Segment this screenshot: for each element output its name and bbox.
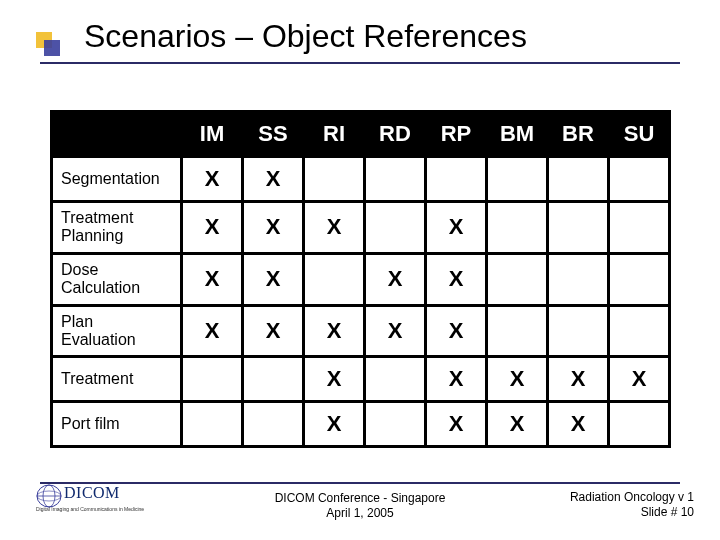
table-cell — [365, 357, 426, 402]
col-header: RI — [304, 112, 365, 157]
table-cell: X — [182, 157, 243, 202]
col-header: RP — [426, 112, 487, 157]
table-cell — [609, 305, 670, 357]
col-header: BM — [487, 112, 548, 157]
table-cell: X — [426, 402, 487, 447]
row-header: Treatment Planning — [52, 202, 182, 254]
table-cell — [609, 202, 670, 254]
title-area: Scenarios – Object References — [30, 10, 690, 70]
table-cell: X — [304, 202, 365, 254]
table-cell — [548, 253, 609, 305]
table-cell — [243, 402, 304, 447]
table-cell — [487, 157, 548, 202]
col-header: BR — [548, 112, 609, 157]
table-cell: X — [243, 202, 304, 254]
table-row: Segmentation X X — [52, 157, 670, 202]
table-cell — [548, 305, 609, 357]
footer-right-line1: Radiation Oncology v 1 — [570, 490, 694, 505]
title-divider — [40, 62, 680, 64]
table-cell — [487, 202, 548, 254]
table-cell: X — [304, 357, 365, 402]
table-cell — [365, 157, 426, 202]
table-cell — [609, 253, 670, 305]
table-cell — [609, 157, 670, 202]
table-cell: X — [426, 305, 487, 357]
col-header: SU — [609, 112, 670, 157]
row-header: Plan Evaluation — [52, 305, 182, 357]
table-row: Treatment X X X X X — [52, 357, 670, 402]
row-header: Treatment — [52, 357, 182, 402]
table-cell: X — [609, 357, 670, 402]
table-cell: X — [182, 253, 243, 305]
table-cell: X — [243, 157, 304, 202]
table-row: Dose Calculation X X X X — [52, 253, 670, 305]
row-header: Dose Calculation — [52, 253, 182, 305]
table-cell — [487, 305, 548, 357]
table-row: Treatment Planning X X X X — [52, 202, 670, 254]
table-row: Plan Evaluation X X X X X — [52, 305, 670, 357]
row-header: Port film — [52, 402, 182, 447]
table-cell: X — [487, 357, 548, 402]
footer-right-line2: Slide # 10 — [570, 505, 694, 520]
table-cell: X — [304, 402, 365, 447]
table-cell: X — [365, 305, 426, 357]
col-header: RD — [365, 112, 426, 157]
col-header: IM — [182, 112, 243, 157]
scenarios-table-wrap: IM SS RI RD RP BM BR SU Segmentation X X — [50, 110, 670, 448]
table-header-row: IM SS RI RD RP BM BR SU — [52, 112, 670, 157]
table-row: Port film X X X X — [52, 402, 670, 447]
table-cell — [304, 157, 365, 202]
table-cell: X — [548, 402, 609, 447]
table-cell: X — [426, 253, 487, 305]
table-cell: X — [304, 305, 365, 357]
slide: Scenarios – Object References IM SS RI R… — [0, 0, 720, 540]
table-cell: X — [243, 253, 304, 305]
scenarios-table: IM SS RI RD RP BM BR SU Segmentation X X — [50, 110, 671, 448]
table-cell: X — [426, 357, 487, 402]
table-cell — [609, 402, 670, 447]
table-cell — [426, 157, 487, 202]
page-title: Scenarios – Object References — [84, 18, 527, 55]
table-cell: X — [182, 305, 243, 357]
table-cell — [365, 402, 426, 447]
title-bullet-icon — [36, 32, 60, 56]
table-corner-cell — [52, 112, 182, 157]
footer-right: Radiation Oncology v 1 Slide # 10 — [570, 490, 694, 520]
table-cell: X — [548, 357, 609, 402]
table-cell — [304, 253, 365, 305]
table-cell — [487, 253, 548, 305]
table-cell — [182, 402, 243, 447]
table-cell: X — [365, 253, 426, 305]
table-cell — [548, 157, 609, 202]
table-cell — [243, 357, 304, 402]
table-cell: X — [487, 402, 548, 447]
col-header: SS — [243, 112, 304, 157]
table-cell — [365, 202, 426, 254]
table-cell — [548, 202, 609, 254]
row-header: Segmentation — [52, 157, 182, 202]
table-cell: X — [426, 202, 487, 254]
table-cell: X — [243, 305, 304, 357]
table-cell: X — [182, 202, 243, 254]
table-cell — [182, 357, 243, 402]
